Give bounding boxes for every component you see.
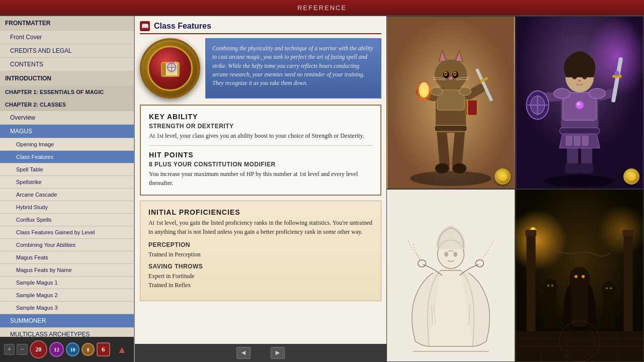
class-badge (140, 38, 200, 99)
svg-point-34 (445, 73, 447, 75)
svg-point-10 (175, 61, 176, 62)
sidebar-item-class-features[interactable]: Class Features (0, 151, 134, 163)
svg-rect-62 (560, 128, 599, 134)
artwork-cell-3 (386, 189, 515, 362)
sidebar-item-sample-magus-2[interactable]: Sample Magus 2 (0, 289, 134, 302)
svg-rect-115 (544, 291, 556, 328)
svg-rect-102 (623, 230, 634, 236)
sidebar-item-magus[interactable]: MAGUS (0, 125, 134, 138)
dark-scene-art (516, 190, 643, 361)
sidebar-scroll[interactable]: FRONTMATTER Front Cover CREDITS AND LEGA… (0, 16, 134, 337)
sidebar-bottom: + − 20 12 10 8 6 ▲ (0, 337, 134, 362)
perception-body: Trained in Perception (148, 250, 373, 259)
sidebar-item-conflux-spells[interactable]: Conflux Spells (0, 214, 134, 226)
sidebar-item-credits-legal[interactable]: CREDITS AND LEGAL (0, 44, 134, 58)
right-artwork-panel: 🪙 (386, 16, 644, 362)
add-button[interactable]: + (4, 344, 15, 355)
die-d20-button[interactable]: 20 (30, 340, 47, 358)
svg-point-116 (543, 279, 557, 295)
svg-point-122 (610, 287, 612, 289)
artwork-cell-2: 🪙 (515, 16, 644, 189)
sidebar-item-frontmatter[interactable]: FRONTMATTER (0, 16, 134, 31)
warning-icon: ▲ (114, 341, 130, 357)
app-title: Reference (297, 4, 347, 12)
svg-point-82 (578, 80, 581, 82)
main-layout: FRONTMATTER Front Cover CREDITS AND LEGA… (0, 16, 644, 362)
svg-point-43 (431, 87, 443, 96)
class-icon: 📖 (140, 21, 150, 31)
next-button[interactable]: ► (271, 347, 285, 359)
key-ability-body: At 1st level, your class gives you an ab… (149, 131, 372, 140)
svg-point-61 (577, 103, 580, 106)
svg-point-35 (454, 73, 456, 75)
svg-point-112 (570, 267, 590, 289)
sidebar-item-hybrid-study[interactable]: Hybrid Study (0, 201, 134, 214)
armored-woman-art (516, 17, 643, 189)
svg-point-42 (419, 82, 429, 98)
class-intro: Combining the physicality and technique … (140, 38, 381, 99)
class-description-text: Combining the physicality and technique … (212, 44, 374, 87)
sidebar-item-overview[interactable]: Overview (0, 111, 134, 125)
sidebar-item-summoner[interactable]: SUMMONER (0, 314, 134, 328)
svg-point-71 (614, 71, 619, 76)
sidebar-item-chapter1[interactable]: CHAPTER 1: ESSENTIALS OF MAGIC (0, 86, 134, 99)
magus-symbol (156, 55, 184, 82)
sidebar-item-introduction[interactable]: INTRODUCTION (0, 71, 134, 86)
sidebar-item-magus-feats[interactable]: Magus Feats (0, 251, 134, 264)
svg-point-11 (176, 72, 177, 73)
svg-point-84 (589, 88, 605, 99)
content-header: 📖 Class Features (140, 21, 381, 34)
proficiencies-box: INITIAL PROFICIENCIES At 1st level, you … (140, 201, 381, 301)
key-ability-box: KEY ABILITY STRENGTH OR DEXTERITY At 1st… (140, 105, 381, 196)
artwork-cell-4 (515, 189, 644, 362)
svg-point-36 (449, 77, 453, 80)
sidebar-item-combining-abilities[interactable]: Combining Your Abilities (0, 239, 134, 251)
svg-rect-3 (163, 63, 164, 75)
reflex-text: Trained in Reflex (148, 281, 373, 290)
corner-coin-2: 🪙 (623, 168, 639, 185)
center-panel: 📖 Class Features (135, 16, 386, 362)
svg-rect-119 (603, 293, 615, 328)
svg-point-13 (411, 171, 492, 186)
prev-button[interactable]: ◄ (236, 347, 251, 359)
svg-point-9 (167, 71, 169, 73)
sidebar-item-sample-magus-1[interactable]: Sample Magus 1 (0, 277, 134, 289)
cat-warrior-art (387, 17, 515, 189)
artwork-cell-1: 🪙 (386, 16, 515, 189)
sidebar-item-arcane-cascade[interactable]: Arcane Cascade (0, 189, 134, 201)
sidebar: FRONTMATTER Front Cover CREDITS AND LEGA… (0, 16, 135, 362)
subtract-button[interactable]: − (17, 344, 27, 355)
sidebar-item-class-features-gained[interactable]: Class Features Gained by Level (0, 226, 134, 239)
sidebar-item-magus-feats-by-name[interactable]: Magus Feats by Name (0, 264, 134, 277)
die-d10-button[interactable]: 10 (66, 342, 79, 356)
sketch-art (387, 190, 515, 361)
svg-rect-111 (571, 283, 588, 326)
proficiencies-body: At 1st level, you gain the listed profic… (148, 218, 373, 236)
svg-rect-101 (525, 230, 536, 236)
svg-point-121 (606, 287, 608, 289)
sidebar-item-sample-magus-3[interactable]: Sample Magus 3 (0, 302, 134, 314)
sidebar-item-chapter2[interactable]: CHAPTER 2: CLASSES (0, 99, 134, 111)
fortitude-text: Expert in Fortitude (148, 272, 373, 281)
svg-rect-53 (579, 163, 593, 173)
sidebar-item-spell-table[interactable]: Spell Table (0, 163, 134, 176)
svg-point-113 (575, 275, 578, 278)
sidebar-item-spellstrike[interactable]: Spellstrike (0, 176, 134, 189)
svg-point-44 (459, 87, 471, 96)
die-d6-button[interactable]: 6 (97, 342, 110, 356)
hit-points-heading: HIT POINTS (149, 151, 372, 159)
hit-points-subheading: 8 plus your Constitution modifier (149, 161, 372, 168)
page-title: Class Features (154, 22, 211, 31)
sidebar-item-multiclass[interactable]: MULTICLASS ARCHETYPES (0, 328, 134, 337)
sidebar-item-opening-image[interactable]: Opening Image (0, 138, 134, 151)
svg-point-120 (602, 281, 616, 297)
die-d8-button[interactable]: 8 (82, 343, 94, 356)
svg-point-17 (452, 163, 466, 173)
hit-points-body: You increase your maximum number of HP b… (149, 169, 372, 188)
key-ability-subheading: STRENGTH OR DEXTERITY (149, 123, 372, 130)
top-bar: Reference (0, 0, 644, 16)
content-area[interactable]: 📖 Class Features (135, 16, 386, 344)
sidebar-item-contents[interactable]: CONTENTS (0, 58, 134, 71)
die-d12-button[interactable]: 12 (49, 342, 64, 357)
sidebar-item-front-cover[interactable]: Front Cover (0, 31, 134, 44)
